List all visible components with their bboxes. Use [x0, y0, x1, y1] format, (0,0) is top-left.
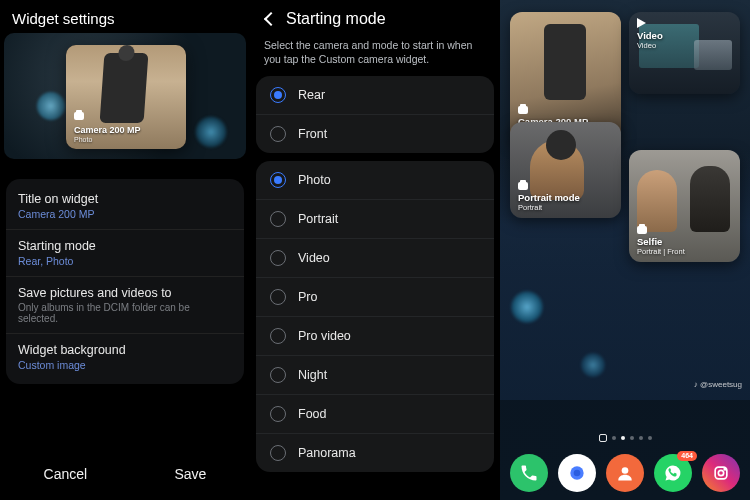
widget-subtitle: Portrait — [518, 203, 580, 212]
camera-widget-portrait[interactable]: Portrait mode Portrait — [510, 122, 621, 218]
watermark-handle: ♪ @sweetsug — [694, 380, 742, 389]
camera-icon — [74, 112, 84, 120]
page-dot — [621, 436, 625, 440]
radio-icon — [270, 250, 286, 266]
contacts-app-icon[interactable] — [606, 454, 644, 492]
page-title: Widget settings — [0, 0, 250, 33]
setting-title-on-widget[interactable]: Title on widget Camera 200 MP — [6, 183, 244, 229]
radio-icon — [270, 445, 286, 461]
widget-title: Video — [637, 31, 663, 41]
settings-list: Title on widget Camera 200 MP Starting m… — [6, 179, 244, 384]
radio-front[interactable]: Front — [256, 114, 494, 153]
widget-settings-pane: Widget settings Camera 200 MP Photo Titl… — [0, 0, 250, 500]
radio-night[interactable]: Night — [256, 355, 494, 394]
camera-facing-group: Rear Front — [256, 76, 494, 153]
widget-subtitle: Portrait | Front — [637, 247, 685, 256]
video-icon — [637, 18, 646, 28]
radio-label: Front — [298, 127, 327, 141]
radio-label: Food — [298, 407, 327, 421]
page-dot — [630, 436, 634, 440]
radio-label: Pro video — [298, 329, 351, 343]
camera-icon — [518, 106, 528, 114]
radio-portrait[interactable]: Portrait — [256, 199, 494, 238]
camera-icon — [518, 182, 528, 190]
widget-preview-subtitle: Photo — [74, 136, 141, 143]
radio-label: Panorama — [298, 446, 356, 460]
radio-pro[interactable]: Pro — [256, 277, 494, 316]
dock: 464 — [500, 454, 750, 492]
radio-label: Rear — [298, 88, 325, 102]
camera-mode-group: Photo Portrait Video Pro Pro video Night… — [256, 161, 494, 472]
wallpaper-bokeh — [510, 290, 544, 324]
setting-save-location[interactable]: Save pictures and videos to Only albums … — [6, 276, 244, 333]
page-title: Starting mode — [286, 10, 386, 28]
radio-pro-video[interactable]: Pro video — [256, 316, 494, 355]
radio-icon — [270, 289, 286, 305]
setting-starting-mode[interactable]: Starting mode Rear, Photo — [6, 229, 244, 276]
widget-title: Selfie — [637, 237, 685, 247]
widget-preview-card: Camera 200 MP Photo — [66, 45, 186, 149]
instagram-app-icon[interactable] — [702, 454, 740, 492]
radio-icon — [270, 172, 286, 188]
phone-app-icon[interactable] — [510, 454, 548, 492]
radio-icon — [270, 126, 286, 142]
wallpaper-bokeh — [580, 352, 606, 378]
setting-hint: Only albums in the DCIM folder can be se… — [18, 302, 232, 324]
cancel-button[interactable]: Cancel — [44, 466, 88, 482]
radio-icon — [270, 211, 286, 227]
setting-value: Camera 200 MP — [18, 208, 232, 220]
save-button[interactable]: Save — [174, 466, 206, 482]
radio-label: Photo — [298, 173, 331, 187]
home-screen-pane: Camera 200 MP Photo Video Video Portrait… — [500, 0, 750, 500]
back-icon[interactable] — [264, 12, 278, 26]
page-dot — [639, 436, 643, 440]
page-dot — [612, 436, 616, 440]
page-indicator[interactable] — [500, 436, 750, 442]
svg-point-1 — [574, 470, 581, 477]
widget-preview: Camera 200 MP Photo — [4, 33, 246, 159]
radio-label: Portrait — [298, 212, 338, 226]
setting-widget-background[interactable]: Widget background Custom image — [6, 333, 244, 380]
setting-value: Custom image — [18, 359, 232, 371]
radio-label: Video — [298, 251, 330, 265]
notification-badge: 464 — [677, 451, 697, 461]
radio-label: Night — [298, 368, 327, 382]
svg-point-5 — [724, 468, 726, 470]
setting-label: Widget background — [18, 343, 232, 357]
radio-icon — [270, 406, 286, 422]
radio-video[interactable]: Video — [256, 238, 494, 277]
radio-icon — [270, 87, 286, 103]
widget-preview-title: Camera 200 MP — [74, 126, 141, 136]
setting-label: Save pictures and videos to — [18, 286, 232, 300]
starting-mode-pane: Starting mode Select the camera and mode… — [250, 0, 500, 500]
setting-value: Rear, Photo — [18, 255, 232, 267]
radio-photo[interactable]: Photo — [256, 161, 494, 199]
camera-widget-video[interactable]: Video Video — [629, 12, 740, 94]
radio-food[interactable]: Food — [256, 394, 494, 433]
home-page-dot — [599, 434, 607, 442]
widgets-grid: Camera 200 MP Photo Video Video Portrait… — [510, 12, 740, 262]
chat-app-icon[interactable] — [558, 454, 596, 492]
page-dot — [648, 436, 652, 440]
radio-rear[interactable]: Rear — [256, 76, 494, 114]
radio-panorama[interactable]: Panorama — [256, 433, 494, 472]
action-bar: Cancel Save — [0, 466, 250, 482]
camera-icon — [637, 226, 647, 234]
whatsapp-app-icon[interactable]: 464 — [654, 454, 692, 492]
radio-icon — [270, 328, 286, 344]
setting-label: Title on widget — [18, 192, 232, 206]
radio-icon — [270, 367, 286, 383]
widget-subtitle: Video — [637, 41, 663, 50]
svg-point-2 — [622, 467, 629, 474]
widget-title: Portrait mode — [518, 193, 580, 203]
setting-label: Starting mode — [18, 239, 232, 253]
page-description: Select the camera and mode to start in w… — [250, 32, 500, 76]
radio-label: Pro — [298, 290, 317, 304]
camera-widget-selfie[interactable]: Selfie Portrait | Front — [629, 150, 740, 262]
svg-point-4 — [718, 470, 723, 475]
